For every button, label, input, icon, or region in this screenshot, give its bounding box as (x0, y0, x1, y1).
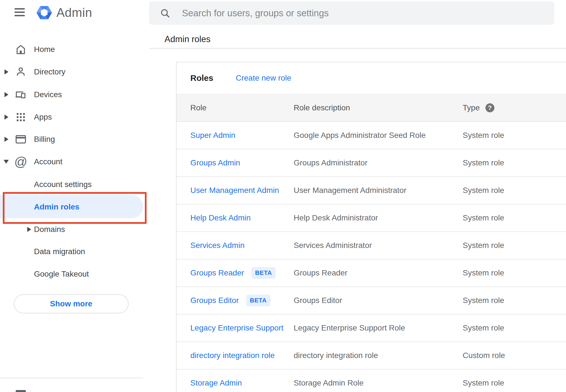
sidebar-item-label: Billing (34, 135, 55, 144)
search-icon (160, 8, 170, 19)
help-icon[interactable]: ? (485, 103, 494, 112)
sidebar-item-label: Apps (34, 113, 52, 122)
role-type: System role (463, 213, 566, 222)
table-row: Services AdminServices AdministratorSyst… (177, 231, 566, 259)
column-role-description: Role description (294, 103, 463, 112)
role-cell: Super Admin (190, 131, 294, 140)
feedback-icon[interactable] (16, 390, 26, 392)
sidebar-item-label: Data migration (34, 247, 85, 256)
create-new-role-link[interactable]: Create new role (236, 74, 291, 83)
role-type: System role (463, 296, 566, 305)
sidebar-item-label: Account settings (34, 180, 92, 189)
role-link[interactable]: Super Admin (190, 131, 235, 140)
table-row: Storage AdminStorage Admin RoleSystem ro… (177, 369, 566, 392)
role-description: Help Desk Administrator (294, 213, 463, 222)
role-link[interactable]: Help Desk Admin (190, 213, 251, 222)
role-cell: Groups Admin (190, 158, 294, 167)
sidebar-item-label: Admin roles (34, 202, 79, 211)
role-link[interactable]: User Management Admin (190, 186, 279, 195)
role-description: Services Administrator (294, 241, 463, 250)
role-type: Custom role (463, 351, 566, 360)
at-sign-icon: @ (15, 156, 27, 168)
sidebar-item-admin-roles[interactable]: Admin roles (0, 196, 144, 218)
table-row: User Management AdminUser Management Adm… (177, 176, 566, 204)
search-bar[interactable] (149, 1, 554, 25)
role-type: System role (463, 131, 566, 140)
role-type: System role (463, 323, 566, 332)
sidebar-item-domains[interactable]: Domains (0, 218, 144, 241)
beta-badge: BETA (251, 267, 275, 279)
role-description: Storage Admin Role (294, 379, 463, 388)
role-description: Groups Editor (294, 296, 463, 305)
roles-table-body: Super AdminGoogle Apps Administrator See… (177, 121, 566, 392)
roles-card: Roles Create new role Role Role descript… (176, 62, 566, 392)
column-type: Type ? (463, 103, 566, 112)
sidebar-item-google-takeout[interactable]: Google Takeout (0, 263, 144, 285)
sidebar-item-devices[interactable]: Devices (0, 83, 144, 106)
expand-arrow-right-icon[interactable] (4, 137, 8, 142)
sidebar-nav: HomeDirectoryDevicesAppsBilling@AccountA… (0, 0, 144, 392)
role-cell: Legacy Enterprise Support (190, 323, 294, 332)
role-cell: Groups ReaderBETA (190, 267, 294, 279)
sidebar-item-home[interactable]: Home (0, 38, 144, 61)
role-link[interactable]: Legacy Enterprise Support (190, 323, 284, 332)
role-description: Google Apps Administrator Seed Role (294, 131, 463, 140)
sidebar-item-billing[interactable]: Billing (0, 128, 144, 151)
sidebar-item-directory[interactable]: Directory (0, 61, 144, 83)
sidebar-item-label: Google Takeout (34, 270, 89, 279)
sidebar-item-account[interactable]: @Account (0, 151, 144, 173)
role-cell: User Management Admin (190, 186, 294, 195)
role-cell: Help Desk Admin (190, 213, 294, 222)
expand-arrow-right-icon[interactable] (4, 69, 8, 74)
role-type: System role (463, 268, 566, 277)
show-more-button[interactable]: Show more (14, 294, 129, 313)
table-row: Groups EditorBETAGroups EditorSystem rol… (177, 286, 566, 314)
sidebar-item-label: Directory (34, 67, 65, 76)
sidebar-bottom-divider (0, 378, 143, 378)
role-description: User Management Administrator (294, 186, 463, 195)
role-cell: Groups EditorBETA (190, 295, 294, 306)
role-link[interactable]: directory integration role (190, 351, 275, 360)
home-icon (15, 43, 27, 56)
role-link[interactable]: Groups Reader (190, 268, 244, 277)
role-type: System role (463, 379, 566, 388)
search-input[interactable] (182, 8, 519, 19)
table-row: Help Desk AdminHelp Desk AdministratorSy… (177, 204, 566, 231)
role-link[interactable]: Groups Admin (190, 158, 240, 167)
table-header: Role Role description Type ? (177, 94, 566, 121)
table-row: directory integration roledirectory inte… (177, 341, 566, 369)
role-description: Groups Administrator (294, 158, 463, 167)
sidebar-item-label: Devices (34, 90, 62, 99)
table-row: Legacy Enterprise SupportLegacy Enterpri… (177, 314, 566, 341)
credit-card-icon (15, 133, 27, 145)
role-cell: directory integration role (190, 351, 294, 360)
content-divider (149, 48, 566, 49)
devices-icon (15, 88, 27, 101)
sidebar: Admin HomeDirectoryDevicesAppsBilling@Ac… (0, 0, 144, 392)
role-description: Groups Reader (294, 268, 463, 277)
role-link[interactable]: Services Admin (190, 241, 245, 250)
role-description: directory integration role (294, 351, 463, 360)
sidebar-item-data-migration[interactable]: Data migration (0, 240, 144, 263)
sidebar-item-account-settings[interactable]: Account settings (0, 173, 144, 196)
sidebar-item-label: Account (34, 157, 62, 166)
table-row: Super AdminGoogle Apps Administrator See… (177, 121, 566, 149)
roles-title: Roles (190, 73, 213, 83)
role-link[interactable]: Storage Admin (190, 379, 242, 388)
apps-grid-icon (15, 111, 27, 123)
expand-arrow-right-icon[interactable] (4, 115, 8, 120)
expand-arrow-right-icon[interactable] (4, 92, 8, 97)
expand-arrow-right-icon[interactable] (27, 227, 31, 232)
breadcrumb: Admin roles (165, 34, 211, 44)
expand-arrow-down-icon[interactable] (4, 160, 9, 164)
sidebar-item-label: Home (34, 45, 55, 54)
table-row: Groups AdminGroups AdministratorSystem r… (177, 149, 566, 176)
role-type: System role (463, 186, 566, 195)
sidebar-item-apps[interactable]: Apps (0, 106, 144, 128)
role-link[interactable]: Groups Editor (190, 296, 239, 305)
role-description: Legacy Enterprise Support Role (294, 323, 463, 332)
role-cell: Storage Admin (190, 379, 294, 388)
admin-console: Admin HomeDirectoryDevicesAppsBilling@Ac… (0, 0, 566, 392)
table-row: Groups ReaderBETAGroups ReaderSystem rol… (177, 259, 566, 286)
column-role: Role (190, 103, 294, 112)
